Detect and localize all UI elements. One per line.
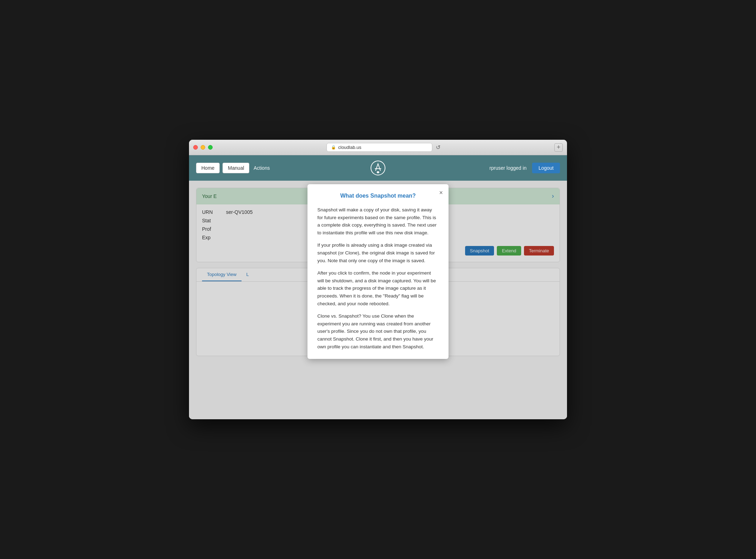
address-bar-container: 🔒 cloudlab.us ↺ — [215, 143, 551, 152]
title-bar: 🔒 cloudlab.us ↺ + — [189, 140, 567, 155]
lock-icon: 🔒 — [331, 145, 336, 150]
modal-title: What does Snapshot mean? — [317, 193, 439, 199]
actions-text[interactable]: Actions — [254, 165, 270, 171]
url-text: cloudlab.us — [338, 145, 361, 150]
logo-container — [370, 160, 386, 176]
manual-button[interactable]: Manual — [222, 163, 249, 173]
close-button[interactable] — [193, 145, 198, 150]
user-text: rpruser logged in — [489, 165, 526, 171]
modal-paragraph-3: After you click to confirm, the node in … — [317, 269, 439, 307]
logout-button[interactable]: Logout — [532, 163, 560, 173]
minimize-button[interactable] — [201, 145, 205, 150]
reload-button[interactable]: ↺ — [436, 144, 440, 151]
modal-paragraph-2: If your profile is already using a disk … — [317, 241, 439, 264]
logo-icon — [370, 160, 386, 176]
nav-buttons: Home Manual Actions — [196, 163, 270, 173]
modal-paragraph-4: Clone vs. Snapshot? You use Clone when t… — [317, 312, 439, 350]
modal-paragraph-1: Snapshot will make a copy of your disk, … — [317, 206, 439, 236]
address-bar[interactable]: 🔒 cloudlab.us — [327, 143, 432, 152]
browser-window: 🔒 cloudlab.us ↺ + Home Manual Actions rp… — [189, 140, 567, 419]
modal-overlay: What does Snapshot mean? × Snapshot will… — [189, 181, 567, 419]
modal-dialog: What does Snapshot mean? × Snapshot will… — [307, 184, 449, 359]
new-tab-button[interactable]: + — [554, 143, 563, 152]
header-right: rpruser logged in Logout — [489, 163, 560, 173]
modal-close-button[interactable]: × — [439, 189, 443, 197]
maximize-button[interactable] — [208, 145, 213, 150]
app-header: Home Manual Actions rpruser logged in Lo… — [189, 155, 567, 181]
home-button[interactable]: Home — [196, 163, 220, 173]
modal-body: Snapshot will make a copy of your disk, … — [317, 206, 439, 350]
main-content: Your E › URN ser-QV1005 Stat Prof Exp — [189, 181, 567, 419]
